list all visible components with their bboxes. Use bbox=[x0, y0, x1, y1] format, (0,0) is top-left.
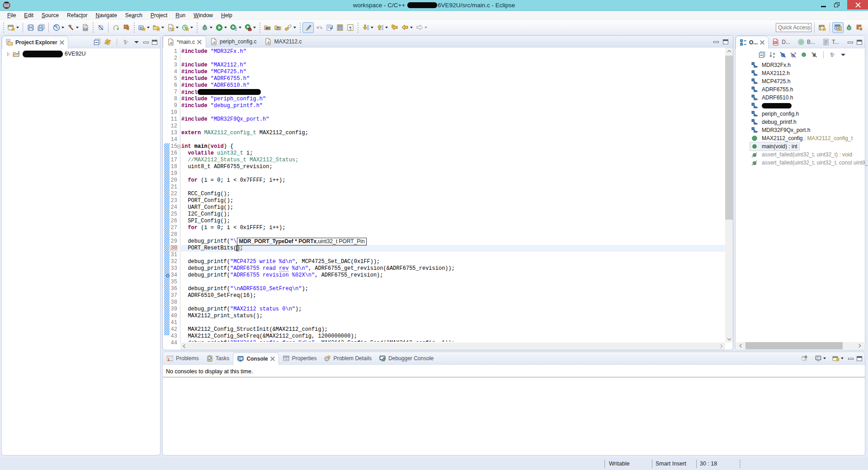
outline-item-assert_failed[interactable]: assert_failed(uint32_t, uint32_t) : void bbox=[736, 150, 865, 159]
line-number[interactable]: 4 bbox=[169, 69, 178, 75]
line-number[interactable]: 43 bbox=[169, 333, 178, 340]
dropdown-arrow-icon[interactable] bbox=[410, 27, 413, 28]
dropdown-arrow-icon[interactable] bbox=[253, 27, 256, 28]
line-number[interactable]: 11 bbox=[169, 116, 178, 123]
line-number[interactable]: 40 bbox=[169, 313, 178, 320]
toolbar-save-all-button[interactable] bbox=[36, 22, 46, 33]
line-number[interactable]: 8 bbox=[169, 96, 178, 103]
line-number[interactable]: 29 bbox=[169, 238, 178, 245]
close-button[interactable] bbox=[847, 0, 868, 9]
dropdown-arrow-icon[interactable] bbox=[425, 27, 427, 28]
perspective-debug-button[interactable] bbox=[844, 22, 854, 33]
menu-run[interactable]: Run bbox=[171, 12, 189, 19]
editor-tab-MAX2112.c[interactable]: .cMAX2112.c bbox=[260, 36, 306, 47]
collapse-all-icon[interactable] bbox=[759, 51, 766, 58]
toolbar-back-button[interactable] bbox=[400, 22, 414, 33]
menu-file[interactable]: File bbox=[3, 12, 20, 19]
console-tab-debugger-console[interactable]: Debugger Console bbox=[375, 352, 437, 365]
line-number[interactable]: 28 bbox=[169, 231, 178, 238]
dropdown-arrow-icon[interactable] bbox=[224, 27, 227, 28]
hide-static-icon[interactable]: s bbox=[790, 51, 797, 58]
line-number[interactable]: 27 bbox=[169, 225, 178, 231]
menu-edit[interactable]: Edit bbox=[20, 12, 38, 19]
toolbar-prev-annotation-button[interactable] bbox=[375, 22, 389, 33]
line-number[interactable]: 10 bbox=[169, 109, 178, 116]
line-number[interactable]: 18 bbox=[169, 164, 178, 170]
menu-window[interactable]: Window bbox=[189, 12, 217, 19]
editor-tab-periph_config.c[interactable]: .cperiph_config.c bbox=[206, 36, 260, 47]
dropdown-arrow-icon[interactable] bbox=[293, 27, 296, 28]
menu-search[interactable]: Search bbox=[121, 12, 146, 19]
view-menu-icon[interactable] bbox=[133, 38, 140, 46]
minimize-view-icon[interactable] bbox=[848, 358, 854, 360]
dropdown-arrow-icon[interactable] bbox=[239, 27, 241, 28]
line-number[interactable]: 3 bbox=[169, 62, 178, 69]
perspective-custom-button[interactable] bbox=[854, 22, 864, 33]
console-tab-problem-details[interactable]: Problem Details bbox=[320, 352, 375, 365]
view-menu-icon[interactable] bbox=[840, 51, 847, 58]
dropdown-arrow-icon[interactable] bbox=[385, 27, 388, 28]
outline-item-assert_failed[interactable]: assert_failed(uint32_t, uint32_t, const … bbox=[736, 159, 865, 167]
toolbar-debug-button[interactable] bbox=[199, 22, 214, 33]
toolbar-build-hammer-button[interactable] bbox=[66, 22, 80, 33]
console-toolbar-open-console-button[interactable] bbox=[830, 353, 845, 364]
toolbar-next-annotation-button[interactable] bbox=[360, 22, 375, 33]
horizontal-scroll-thumb[interactable] bbox=[745, 342, 843, 349]
toolbar-next-fade-button[interactable] bbox=[314, 22, 324, 33]
line-number[interactable]: 20 bbox=[169, 177, 178, 184]
outline-item-MAX2112_config[interactable]: MAX2112_config : MAX2112_config_t bbox=[736, 134, 865, 142]
toolbar-profile-waffle-button[interactable] bbox=[121, 22, 132, 33]
outline-tab-O[interactable]: O... bbox=[736, 36, 769, 49]
toolbar-forward-button[interactable] bbox=[414, 22, 429, 33]
close-view-icon[interactable] bbox=[270, 357, 275, 361]
editor-gutter[interactable]: 1234567891011121314151617181920212223242… bbox=[163, 47, 180, 343]
scroll-right-arrow[interactable] bbox=[856, 342, 863, 349]
outline-tab-T[interactable]: T... bbox=[819, 36, 843, 48]
toolbar-save-button[interactable] bbox=[25, 22, 36, 33]
outline-item-redacted[interactable] bbox=[736, 102, 865, 110]
collapse-all-icon[interactable] bbox=[94, 38, 101, 46]
toolbar-run-button[interactable] bbox=[214, 22, 228, 33]
vertical-scroll-thumb[interactable] bbox=[725, 56, 733, 220]
line-number[interactable]: 41 bbox=[169, 320, 178, 326]
scroll-up-arrow[interactable] bbox=[725, 47, 733, 55]
toolbar-new-c-folder-button[interactable] bbox=[151, 22, 165, 33]
line-number[interactable]: 32 bbox=[169, 258, 178, 265]
line-number[interactable]: 31 bbox=[169, 252, 178, 258]
close-tab-icon[interactable] bbox=[197, 40, 202, 44]
line-number[interactable]: 13 bbox=[169, 130, 178, 136]
editor-tab-main.c[interactable]: .c*main.c bbox=[163, 36, 206, 48]
line-number[interactable]: 44 bbox=[169, 340, 178, 347]
line-number[interactable]: 35 bbox=[169, 279, 178, 286]
focus-task-icon[interactable] bbox=[829, 51, 836, 58]
toolbar-new-launch-button[interactable] bbox=[180, 22, 194, 33]
line-number[interactable]: 42 bbox=[169, 326, 178, 333]
scroll-down-arrow[interactable] bbox=[725, 335, 733, 343]
scroll-left-arrow[interactable] bbox=[737, 342, 745, 349]
line-number[interactable]: 30 bbox=[169, 245, 178, 252]
line-number[interactable]: 9 bbox=[169, 103, 178, 109]
outline-item-MCP4725.h[interactable]: MCP4725.h bbox=[736, 77, 865, 85]
line-number[interactable]: 22 bbox=[169, 191, 178, 197]
toolbar-new-c-file-button[interactable]: c bbox=[165, 22, 180, 33]
line-number[interactable]: 17 bbox=[169, 157, 178, 164]
maximize-view-icon[interactable] bbox=[857, 356, 862, 361]
dropdown-arrow-icon[interactable] bbox=[823, 357, 826, 359]
tree-item-project[interactable]: C 6VE92U bbox=[2, 49, 160, 58]
line-number[interactable]: 5 bbox=[169, 75, 178, 82]
menu-refactor[interactable]: Refactor bbox=[63, 12, 91, 19]
outline-item-MDR32Fx.h[interactable]: MDR32Fx.h bbox=[736, 61, 865, 69]
scroll-left-arrow[interactable] bbox=[180, 343, 188, 350]
line-number[interactable]: 21 bbox=[169, 184, 178, 191]
menu-help[interactable]: Help bbox=[217, 12, 236, 19]
maximize-view-icon[interactable] bbox=[152, 40, 157, 45]
dropdown-arrow-icon[interactable] bbox=[190, 27, 193, 28]
toolbar-show-selected-element-button[interactable] bbox=[335, 22, 345, 33]
dropdown-arrow-icon[interactable] bbox=[176, 27, 179, 28]
outline-item-debug_printf.h[interactable]: debug_printf.h bbox=[736, 118, 865, 126]
dropdown-arrow-icon[interactable] bbox=[16, 27, 19, 28]
line-number[interactable]: 25 bbox=[169, 211, 178, 218]
maximize-editor-icon[interactable] bbox=[723, 39, 728, 44]
toolbar-new-c-project-button[interactable]: C bbox=[137, 22, 151, 33]
toolbar-external-tools-button[interactable] bbox=[243, 22, 257, 33]
